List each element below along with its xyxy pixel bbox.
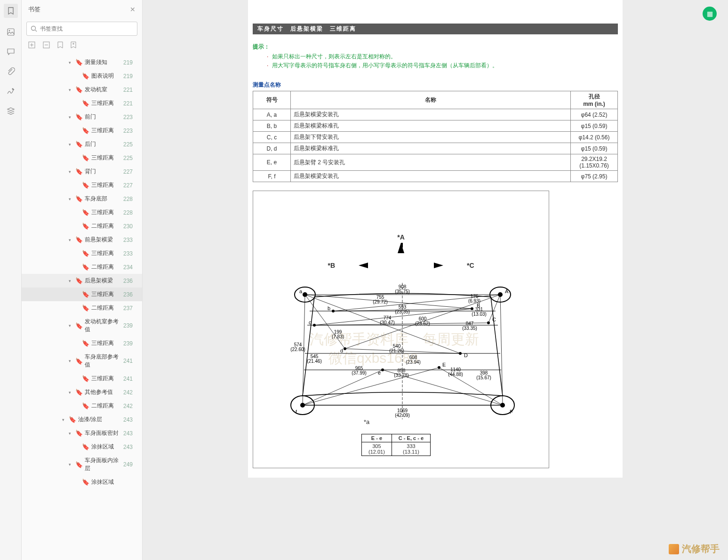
svg-text:d: d [340, 348, 343, 353]
bookmark-item[interactable]: 🔖二维距离237 [22, 301, 142, 315]
bookmark-item[interactable]: 🔖三维距离233 [22, 247, 142, 260]
svg-text:c: c [309, 320, 312, 325]
comment-icon[interactable] [5, 46, 16, 57]
svg-text:774(30.47): 774(30.47) [380, 315, 395, 325]
bookmark-toolbar [22, 38, 142, 54]
bookmark-item[interactable]: 🔖涂抹区域 [22, 475, 142, 489]
hint-list: ·如果只标出一种尺寸，则表示左右是互相对称的。 ·用大写字母表示的符号指车身右侧… [267, 53, 618, 70]
svg-text:a: a [299, 288, 303, 294]
svg-point-2 [32, 26, 36, 31]
svg-text:B: B [477, 303, 480, 308]
bookmark-item[interactable]: ▾🔖其他参考值242 [22, 385, 142, 399]
bookmark-tool-icon[interactable] [57, 41, 63, 50]
bookmark-item[interactable]: ▾🔖后门225 [22, 137, 142, 151]
svg-text:199(7.83): 199(7.83) [332, 329, 344, 339]
svg-text:C: C [492, 317, 496, 322]
svg-text:E: E [442, 362, 446, 368]
collapse-all-icon[interactable] [43, 41, 50, 50]
bookmark-item[interactable]: 🔖三维距离225 [22, 151, 142, 165]
bookmark-item[interactable]: ▾🔖车身面板内涂层249 [22, 454, 142, 475]
signature-icon[interactable] [5, 86, 16, 97]
bookmark-item[interactable]: 🔖二维距离234 [22, 260, 142, 274]
bookmark-item[interactable]: 🔖三维距离221 [22, 96, 142, 110]
bookmark-item[interactable]: 🔖三维距离228 [22, 206, 142, 219]
table-row: D, d后悬架横梁标准孔φ15 (0.59) [253, 143, 618, 154]
bookmark-item[interactable]: ▾🔖前门223 [22, 110, 142, 124]
expand-all-icon[interactable] [28, 41, 35, 50]
bookmark-item[interactable]: 🔖图表说明219 [22, 69, 142, 83]
svg-text:847(33.35): 847(33.35) [462, 321, 477, 331]
tiny-label: *a [364, 418, 369, 425]
bookmark-tree[interactable]: ▾🔖测量须知219🔖图表说明219▾🔖发动机室221🔖三维距离221▾🔖前门22… [22, 54, 142, 560]
svg-text:545(21.46): 545(21.46) [307, 354, 322, 364]
bookmark-item[interactable]: ▾🔖发动机室221 [22, 83, 142, 96]
float-action-button[interactable]: ▦ [703, 7, 717, 21]
svg-text:b: b [328, 305, 330, 311]
svg-rect-0 [8, 29, 14, 35]
svg-text:965(37.99): 965(37.99) [352, 366, 367, 376]
table-row: E, e后悬架臂 2 号安装孔29.2X19.2 (1.15X0.76) [253, 154, 618, 171]
svg-line-33 [303, 370, 383, 405]
sub-table: E - eC - E, c - e 305 (12.01)333 (13.11) [361, 434, 431, 456]
table-row: A, a后悬架横梁安装孔φ64 (2.52) [253, 109, 618, 120]
bookmark-item[interactable]: 🔖二维距离230 [22, 219, 142, 233]
bookmark-icon[interactable] [4, 4, 18, 18]
close-icon[interactable]: ✕ [130, 6, 136, 13]
image-icon[interactable] [5, 26, 16, 38]
search-icon [31, 25, 37, 32]
layers-icon[interactable] [5, 105, 16, 117]
bookmark-item[interactable]: ▾🔖车身底部参考值241 [22, 350, 142, 372]
bookmarks-sidebar: 书签 ✕ ▾🔖测量须知219🔖图表说明219▾🔖发动机室221🔖三维距离221▾… [22, 0, 143, 560]
svg-text:e: e [378, 370, 381, 376]
svg-text:755(29.72): 755(29.72) [373, 295, 388, 304]
measurement-table: 符号 名称 孔径 mm (in.) A, a后悬架横梁安装孔φ64 (2.52)… [253, 91, 618, 182]
direction-a: *A [397, 233, 405, 241]
search-input[interactable] [40, 25, 133, 32]
bookmark-item[interactable]: 🔖三维距离223 [22, 124, 142, 137]
svg-line-27 [314, 323, 488, 325]
svg-text:600(23.62): 600(23.62) [415, 316, 430, 326]
svg-text:F: F [510, 409, 513, 415]
bookmark-item[interactable]: ▾🔖发动机室参考值239 [22, 315, 142, 336]
hint-label: 提示： [253, 43, 618, 51]
table-row: B, b后悬架横梁标准孔φ15 (0.59) [253, 120, 618, 132]
svg-text:176(6.93): 176(6.93) [468, 294, 480, 304]
direction-c: *C [467, 262, 474, 269]
bookmark-item[interactable]: ▾🔖车身底部228 [22, 192, 142, 206]
bookmark-item[interactable]: ▾🔖背门227 [22, 165, 142, 178]
diagram-box: 汽修帮手资料库 每周更新 微信qxbs1688 *A *B *C [253, 191, 549, 468]
bookmark-item[interactable]: 🔖三维距离239 [22, 336, 142, 350]
arrow-up-icon [398, 243, 404, 253]
icon-rail [0, 0, 22, 560]
bookmark-item[interactable]: ▾🔖车身面板密封243 [22, 426, 142, 440]
svg-text:1069(42.09): 1069(42.09) [395, 408, 410, 418]
svg-text:858(33.78): 858(33.78) [394, 368, 409, 378]
attachment-icon[interactable] [5, 66, 16, 77]
bookmark-item[interactable]: ▾🔖测量须知219 [22, 56, 142, 69]
svg-text:1140(44.88): 1140(44.88) [448, 367, 463, 377]
svg-text:540(21.26): 540(21.26) [389, 344, 404, 353]
bookmark-item[interactable]: ▾🔖油漆/涂层243 [22, 413, 142, 426]
svg-text:331(13.03): 331(13.03) [472, 307, 487, 317]
bookmark-item[interactable]: 🔖三维距离241 [22, 372, 142, 385]
bookmark-item[interactable]: 🔖三维距离236 [22, 288, 142, 301]
search-box[interactable] [26, 22, 137, 36]
document-page: 车身尺寸 后悬架横梁 三维距离 提示： ·如果只标出一种尺寸，则表示左右是互相对… [248, 0, 623, 478]
arrow-right-icon [434, 263, 443, 268]
direction-b: *B [328, 262, 335, 269]
bookmark-item[interactable]: 🔖三维距离227 [22, 178, 142, 192]
document-viewport[interactable]: ▦ 车身尺寸 后悬架横梁 三维距离 提示： ·如果只标出一种尺寸，则表示左右是互… [143, 0, 728, 560]
bookmark-item[interactable]: 🔖涂抹区域243 [22, 440, 142, 454]
svg-line-32 [303, 368, 439, 405]
bookmark-item[interactable]: ▾🔖后悬架横梁236 [22, 274, 142, 288]
svg-text:593(23.35): 593(23.35) [395, 304, 410, 314]
crossmember-diagram: 908(35.75) 755(29.72) 176(6.93) 593(23.3… [281, 283, 524, 419]
brand-logo: 汽修帮手 [669, 543, 720, 555]
svg-text:398(15.67): 398(15.67) [476, 370, 491, 380]
table-row: C, c后悬架下臂安装孔φ14.2 (0.56) [253, 132, 618, 143]
bookmark-item[interactable]: ▾🔖前悬架横梁233 [22, 233, 142, 247]
svg-text:608(23.94): 608(23.94) [406, 355, 421, 365]
svg-text:574(22.60): 574(22.60) [290, 342, 305, 352]
bookmark-item[interactable]: 🔖二维距离242 [22, 399, 142, 413]
bookmark-add-icon[interactable] [71, 41, 76, 50]
